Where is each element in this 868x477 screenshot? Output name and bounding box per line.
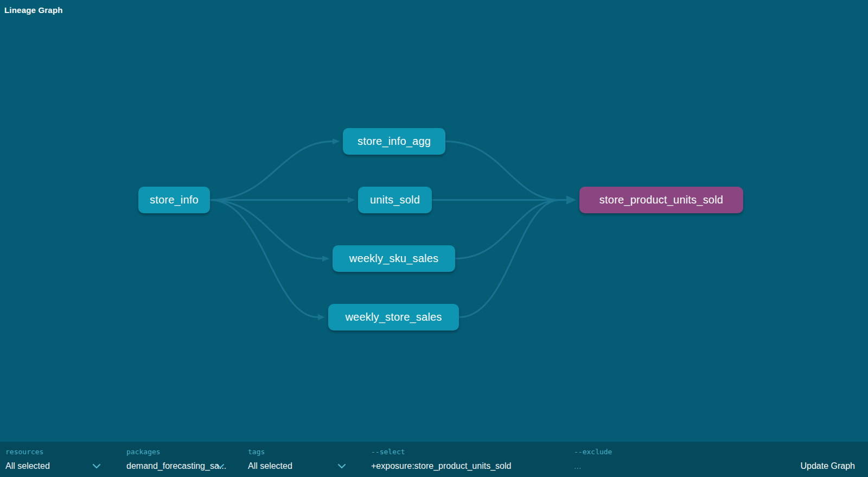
packages-dropdown[interactable]: demand_forecasting_sa... bbox=[126, 461, 224, 471]
filter-bar: resources All selected packages demand_f… bbox=[0, 442, 868, 477]
filter-field-exclude: --exclude ... bbox=[574, 448, 682, 471]
update-graph-button[interactable]: Update Graph bbox=[800, 461, 855, 471]
select-value: +exposure:store_product_units_sold bbox=[371, 461, 511, 471]
resources-dropdown[interactable]: All selected bbox=[5, 461, 100, 471]
exclude-value: ... bbox=[574, 461, 581, 471]
node-store_product_units_sold[interactable]: store_product_units_sold bbox=[579, 187, 743, 213]
node-store_info_agg[interactable]: store_info_agg bbox=[343, 128, 445, 155]
tags-value: All selected bbox=[248, 461, 292, 471]
select-input[interactable]: +exposure:store_product_units_sold bbox=[371, 461, 566, 471]
filter-field-resources: resources All selected bbox=[5, 448, 100, 471]
select-label: --select bbox=[371, 448, 566, 456]
resources-value: All selected bbox=[5, 461, 50, 471]
filter-field-tags: tags All selected bbox=[248, 448, 346, 471]
filter-field-packages: packages demand_forecasting_sa... bbox=[126, 448, 224, 471]
node-weekly_store_sales[interactable]: weekly_store_sales bbox=[328, 304, 459, 330]
tags-label: tags bbox=[248, 448, 346, 456]
node-units_sold[interactable]: units_sold bbox=[358, 187, 432, 213]
lineage-app: Lineage Graph store_infostore_info_aggun… bbox=[0, 0, 868, 477]
lineage-canvas[interactable]: Lineage Graph store_infostore_info_aggun… bbox=[0, 0, 868, 442]
chevron-down-icon[interactable] bbox=[338, 464, 346, 469]
chevron-down-icon[interactable] bbox=[93, 464, 100, 469]
exclude-input[interactable]: ... bbox=[574, 461, 682, 471]
node-layer: store_infostore_info_aggunits_soldweekly… bbox=[0, 0, 868, 442]
exclude-label: --exclude bbox=[574, 448, 682, 456]
packages-label: packages bbox=[126, 448, 224, 456]
node-weekly_sku_sales[interactable]: weekly_sku_sales bbox=[333, 245, 455, 272]
filter-field-select: --select +exposure:store_product_units_s… bbox=[371, 448, 566, 471]
resources-label: resources bbox=[5, 448, 100, 456]
node-store_info[interactable]: store_info bbox=[138, 187, 210, 213]
packages-value: demand_forecasting_sa... bbox=[126, 461, 226, 471]
tags-dropdown[interactable]: All selected bbox=[248, 461, 346, 471]
